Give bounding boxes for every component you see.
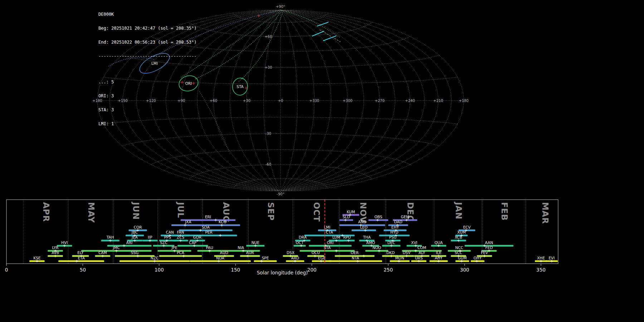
peak-marker-AVB (54, 255, 57, 257)
shower-code-ILE: ILE (436, 250, 441, 255)
shower-code-SCC: SCC (455, 250, 462, 255)
shower-code-DKD: DKD (386, 250, 395, 255)
shower-code-NIA: NIA (238, 245, 244, 250)
lon-grid-label: +300 (343, 99, 352, 103)
peak-marker-NTA (356, 260, 359, 262)
meridian-line (280, 10, 451, 191)
shower-code-DRA: DRA (299, 235, 307, 239)
shower-code-SSG: SSG (131, 250, 138, 255)
shower-code-LEO: LEO (360, 225, 367, 229)
peak-marker-JEA (133, 239, 136, 242)
peak-marker-OBS (376, 219, 379, 221)
meteor-streak (312, 31, 324, 36)
shower-code-TAH: TAH (106, 235, 114, 239)
shower-code-ELY: ELY (77, 250, 84, 255)
shower-code-HYD: HYD (390, 230, 398, 234)
activity-EVI: EVI (546, 256, 558, 263)
pole-label-north: +90° (276, 5, 285, 9)
activity-bar-NOO (365, 250, 388, 252)
shower-code-ZCS: ZCS (177, 235, 185, 239)
peak-marker-EGE (320, 260, 322, 262)
shower-code-AUR: AUR (246, 250, 254, 255)
station-id: DE000K (98, 12, 197, 17)
meteor-track (286, 11, 341, 38)
shower-code-PCA: PCA (177, 250, 185, 255)
count-sporadic: ...: 5 (98, 80, 197, 84)
month-label-JAN: JAN (454, 201, 463, 220)
parallel-line (189, 165, 372, 179)
shower-counts: ...: 5 ORI: 3 STA: 3 LMI: 1 (98, 70, 197, 136)
x-tick-label-150: 150 (231, 267, 240, 273)
peak-marker-GUM (460, 260, 463, 262)
shower-code-NCC: NCC (455, 245, 463, 250)
shower-code-NUE: NUE (252, 240, 259, 245)
shower-code-XHE: XHE (537, 256, 545, 260)
activity-IIP: IIP (142, 235, 158, 242)
activity-bar-OCT (293, 245, 306, 247)
peak-marker-DSV (405, 255, 408, 257)
shower-code-KUM: KUM (347, 210, 355, 214)
lon-grid-label: +210 (433, 99, 443, 103)
shower-ellipse-label-STA: STA (236, 84, 244, 89)
shower-code-ECV: ECV (463, 225, 471, 229)
peak-marker-XHE (540, 260, 542, 262)
peak-marker-COM (414, 250, 417, 252)
shower-code-OBS: OBS (374, 215, 382, 219)
peak-marker-FEV (483, 255, 486, 257)
shower-code-SPE: SPE (262, 256, 269, 260)
shower-code-GUM: GUM (458, 256, 467, 260)
peak-marker-LEO (364, 229, 367, 231)
peak-marker-MON (398, 260, 400, 262)
activity-bar-LEO (352, 229, 376, 231)
shower-code-EHY: EHY (391, 225, 399, 229)
activity-bar-NTA (329, 260, 382, 262)
peak-marker-EVI (550, 260, 553, 262)
header-separator: -------------------------------------- (98, 54, 197, 59)
peak-marker-OER (362, 255, 365, 257)
x-tick-label-0: 0 (5, 267, 8, 273)
shower-code-DSV: DSV (402, 250, 411, 255)
observation-header: DE000K Beg: 20251021 20:42:47 (sol = 208… (98, 3, 197, 145)
radiant-marker (257, 14, 260, 17)
activity-bar-SSG (115, 255, 155, 257)
peak-marker-KSE (36, 260, 38, 262)
lat-grid-label: -30 (265, 132, 271, 136)
shower-code-PSU: PSU (389, 235, 397, 239)
shower-code-XUM: XUM (457, 230, 466, 234)
shower-code-JXA: JXA (185, 220, 191, 224)
activity-bar-PCA (159, 255, 202, 257)
activity-HVI: HVI (57, 240, 72, 247)
shower-code-CTA: CTA (326, 230, 333, 234)
x-tick-label-250: 250 (384, 267, 393, 273)
end-time-line: End: 20251022 00:56:23 (sol = 208.53°) (98, 40, 197, 45)
shower-code-ERI: ERI (205, 215, 211, 219)
activity-NUE: NUE (246, 240, 264, 247)
shower-code-CAM: CAM (98, 250, 107, 255)
month-label-SEP: SEP (266, 202, 275, 221)
plot-canvas: LMIORISTA+180+150+120+90+60+30+0+330+300… (0, 0, 644, 322)
meridian-line (280, 10, 380, 191)
month-label-MAY: MAY (87, 202, 96, 223)
peak-marker-JPE (173, 250, 176, 252)
lat-grid-label: +60 (264, 35, 272, 39)
peak-marker-JXA (184, 224, 186, 226)
shower-code-SLD: SLD (342, 215, 350, 219)
peak-marker-STA (335, 250, 338, 252)
month-label-MAR: MAR (541, 202, 550, 224)
shower-code-NZC: NZC (151, 256, 158, 260)
activity-bar-SPE (254, 260, 277, 262)
count-ori: ORI: 3 (98, 94, 197, 98)
peak-marker-SLD (344, 219, 347, 221)
radiant-map-figure: LMIORISTA+180+150+120+90+60+30+0+330+300… (0, 0, 644, 322)
peak-marker-ZCS (179, 239, 182, 242)
activity-bar-JXA (171, 224, 205, 226)
shower-code-SZC: SZC (160, 240, 167, 245)
shower-code-PER: PER (205, 230, 212, 234)
x-tick-label-350: 350 (536, 267, 546, 273)
shower-code-LYR: LYR (52, 245, 59, 250)
peak-marker-JMC (115, 250, 118, 252)
shower-code-DEC: DEC (387, 240, 395, 245)
shower-code-MON: MON (395, 256, 404, 260)
shower-code-IIP: IIP (148, 235, 152, 239)
shower-code-ORI: ORI (327, 240, 334, 245)
